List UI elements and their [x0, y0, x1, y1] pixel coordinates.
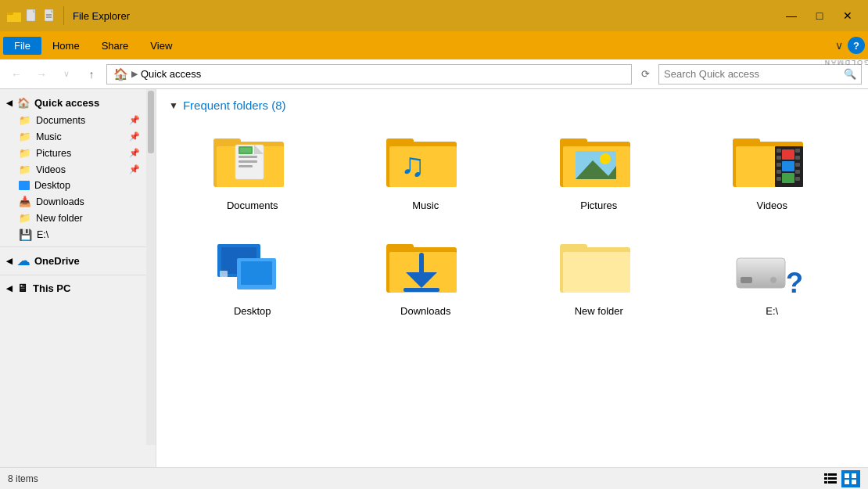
svg-rect-67 [824, 477, 827, 480]
title-controls: — □ ✕ [777, 3, 862, 28]
sidebar-quick-access[interactable]: ◀ 🏠 Quick access [0, 94, 146, 112]
menu-share[interactable]: Share [91, 37, 140, 55]
sidebar-item-newfolder[interactable]: 📁 New folder [0, 210, 146, 226]
folder-item-drive[interactable]: ? E:\ [689, 230, 856, 323]
pin-icon-pictures: 📌 [129, 148, 140, 158]
collapse-onedrive-icon: ◀ [6, 257, 13, 265]
folder-item-music[interactable]: ♫ Music [343, 124, 510, 218]
svg-rect-52 [386, 244, 414, 252]
view-list-button[interactable] [821, 470, 840, 487]
folder-grid: Documents ♫ Music [169, 124, 855, 323]
close-button[interactable]: ✕ [834, 3, 862, 28]
sidebar-thispc[interactable]: ◀ 🖥 This PC [0, 279, 146, 297]
menu-home[interactable]: Home [41, 37, 91, 55]
quick-access-home-icon: 🏠 [17, 97, 30, 109]
desktop-icon [19, 181, 30, 190]
doc-icon[interactable] [24, 8, 40, 23]
folder-icon-drive: ? [733, 236, 811, 299]
section-title: Frequent folders (8) [183, 99, 286, 112]
search-input[interactable] [664, 68, 841, 80]
svg-rect-73 [845, 480, 849, 484]
menu-right: ∨ ? [835, 37, 865, 54]
main-content: ◀ 🏠 Quick access 📁 Documents 📌 📁 Music 📌… [0, 89, 868, 467]
svg-rect-35 [777, 163, 781, 167]
sidebar-divider-2 [0, 275, 146, 275]
svg-rect-18 [240, 148, 251, 153]
view-large-icons-button[interactable] [841, 470, 860, 487]
svg-rect-16 [239, 165, 253, 167]
sidebar-item-pictures[interactable]: 📁 Pictures 📌 [0, 145, 146, 161]
sidebar-item-downloads[interactable]: 📥 Downloads [0, 193, 146, 210]
address-field[interactable]: 🏠 ▶ Quick access [106, 64, 632, 84]
folder-icon-1[interactable] [6, 8, 22, 23]
section-header: ▼ Frequent folders (8) [169, 99, 855, 112]
maximize-button[interactable]: □ [805, 3, 834, 28]
sidebar-downloads-label: Downloads [36, 196, 84, 207]
quick-access-label: Quick access [34, 97, 99, 109]
title-bar-icons: File Explorer [6, 6, 130, 25]
sidebar-item-music[interactable]: 📁 Music 📌 [0, 128, 146, 145]
drive-icon: 💾 [19, 228, 32, 241]
svg-rect-62 [741, 277, 752, 283]
sidebar-drive-label: E:\ [37, 229, 48, 240]
address-path: 🏠 ▶ Quick access [113, 67, 201, 81]
search-field[interactable]: 🔍 [658, 64, 862, 84]
documents-folder-icon: 📁 [19, 114, 31, 126]
music-folder-icon: 📁 [19, 131, 31, 142]
help-button[interactable]: ? [848, 37, 865, 54]
title-bar: File Explorer — □ ✕ [0, 0, 868, 31]
svg-rect-36 [777, 170, 781, 174]
svg-rect-24 [560, 138, 587, 146]
forward-button[interactable]: → [31, 64, 52, 84]
sidebar-music-label: Music [36, 131, 62, 142]
recent-button[interactable]: ∨ [56, 64, 77, 84]
svg-rect-72 [852, 473, 856, 478]
doc-icon-2[interactable] [42, 8, 58, 23]
svg-rect-38 [795, 149, 800, 153]
svg-rect-33 [777, 149, 781, 153]
minimize-button[interactable]: — [777, 3, 805, 28]
ribbon-collapse-button[interactable]: ∨ [835, 39, 843, 52]
section-collapse-arrow[interactable]: ▼ [169, 100, 178, 111]
svg-rect-15 [239, 160, 257, 163]
svg-rect-43 [782, 149, 794, 160]
folder-item-pictures[interactable]: Pictures [515, 124, 683, 218]
folder-label-videos: Videos [756, 200, 787, 211]
back-button[interactable]: ← [6, 64, 27, 84]
title-text: File Explorer [70, 10, 130, 22]
sidebar-onedrive[interactable]: ◀ ☁ OneDrive [0, 250, 146, 271]
folder-label-drive: E:\ [766, 305, 778, 317]
sidebar-newfolder-label: New folder [36, 213, 83, 224]
pictures-folder-icon: 📁 [19, 147, 31, 159]
downloads-icon: 📥 [19, 196, 31, 207]
menu-bar: File Home Share View ∨ ? [0, 31, 868, 59]
sidebar-item-documents[interactable]: 📁 Documents 📌 [0, 112, 146, 128]
folder-item-downloads[interactable]: Downloads [343, 230, 510, 323]
svg-rect-50 [220, 271, 228, 279]
sidebar-item-videos[interactable]: 📁 Videos 📌 [0, 161, 146, 178]
menu-view[interactable]: View [139, 37, 183, 55]
folder-item-documents[interactable]: Documents [169, 124, 336, 218]
svg-rect-74 [852, 480, 856, 484]
onedrive-cloud-icon: ☁ [17, 253, 30, 268]
folder-item-newfolder[interactable]: New folder [515, 230, 683, 323]
sidebar-scrollbar[interactable] [146, 89, 156, 445]
up-button[interactable]: ↑ [81, 64, 102, 84]
menu-file[interactable]: File [3, 37, 41, 55]
folder-item-videos[interactable]: Videos [689, 124, 856, 218]
status-bar: 8 items [0, 467, 868, 489]
address-bar: ← → ∨ ↑ 🏠 ▶ Quick access ⟳ 🔍 [0, 59, 868, 89]
sidebar-item-desktop[interactable]: Desktop [0, 178, 146, 193]
svg-rect-58 [560, 244, 587, 252]
svg-rect-37 [777, 177, 781, 181]
folder-label-downloads: Downloads [400, 305, 450, 317]
refresh-button[interactable]: ⟳ [637, 66, 654, 83]
folder-icon-music: ♫ [386, 131, 464, 193]
pin-icon-music: 📌 [129, 131, 140, 142]
folder-item-desktop[interactable]: Desktop [169, 230, 336, 323]
folder-icon-newfolder [560, 236, 638, 299]
sidebar-item-drive[interactable]: 💾 E:\ [0, 226, 146, 243]
svg-rect-30 [733, 138, 760, 146]
svg-rect-68 [828, 477, 837, 480]
pin-icon-documents: 📌 [129, 115, 140, 125]
